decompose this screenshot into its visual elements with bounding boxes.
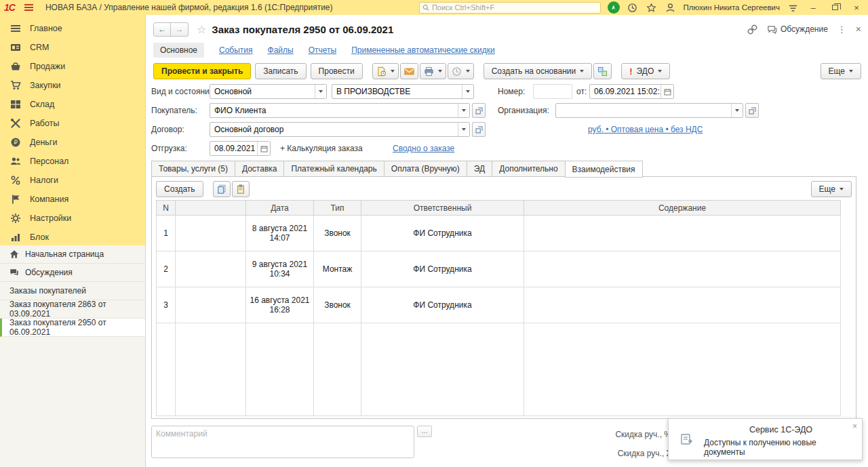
save-button[interactable]: Записать: [255, 63, 306, 79]
cell-type[interactable]: Звонок: [314, 287, 361, 323]
tab-events[interactable]: События: [219, 45, 253, 55]
history-icon[interactable]: [627, 1, 639, 14]
col-header-type[interactable]: Тип: [314, 201, 361, 216]
sidebar-item-sklad[interactable]: Склад: [0, 95, 145, 114]
notification-message[interactable]: Доступны к получению новые документы: [704, 438, 858, 457]
invoice-dropdown-button[interactable]: [372, 63, 399, 79]
sidebar-item-dengi[interactable]: ₽ Деньги: [0, 133, 145, 152]
create-interaction-button[interactable]: Создать: [156, 181, 203, 197]
tab-payment-calendar[interactable]: Платежный календарь: [283, 161, 383, 177]
cell-content[interactable]: [524, 287, 841, 323]
dropdown-button[interactable]: [458, 123, 469, 136]
sidebar-item-discussions[interactable]: Обсуждения: [0, 264, 145, 282]
sidebar-item-kompaniya[interactable]: Компания: [0, 190, 145, 209]
price-settings-link[interactable]: руб. • Оптовая цена • без НДС: [588, 125, 703, 134]
number-input[interactable]: [533, 84, 572, 99]
col-header-content[interactable]: Содержание: [524, 201, 841, 216]
sidebar-item-crm[interactable]: CRM: [0, 38, 145, 57]
cell-icon[interactable]: [176, 251, 246, 287]
sidebar-item-personal[interactable]: Персонал: [0, 152, 145, 171]
calendar-button[interactable]: [257, 142, 270, 155]
tab-reports[interactable]: Отчеты: [309, 45, 336, 55]
user-icon[interactable]: [665, 1, 677, 14]
grid-more-button[interactable]: Еще: [811, 181, 852, 197]
notification-close-button[interactable]: ×: [852, 422, 857, 431]
document-date-input[interactable]: 06.09.2021 15:02:18: [589, 84, 674, 99]
tab-additional[interactable]: Дополнительно: [492, 161, 564, 177]
service-menu-icon[interactable]: [787, 1, 799, 14]
col-header-icon[interactable]: [176, 201, 246, 216]
tab-main[interactable]: Основное: [153, 43, 204, 58]
toolbar-more-button[interactable]: Еще: [821, 63, 861, 79]
copy-button[interactable]: [213, 181, 231, 197]
sidebar-item-zakupki[interactable]: Закупки: [0, 76, 145, 95]
dropdown-button[interactable]: [462, 85, 473, 98]
post-button[interactable]: Провести: [311, 63, 363, 79]
cell-date[interactable]: 8 августа 202114:07: [246, 216, 314, 251]
contract-combo[interactable]: Основной договор: [210, 122, 470, 137]
forward-button[interactable]: →: [171, 22, 189, 37]
tab-auto-discounts[interactable]: Примененные автоматические скидки: [351, 45, 495, 55]
favorites-star-icon[interactable]: [646, 1, 658, 14]
sidebar-item-home[interactable]: Начальная страница: [0, 245, 145, 264]
table-row[interactable]: 3 16 августа 202116:28 Звонок ФИ Сотрудн…: [157, 287, 841, 323]
favorite-star-icon[interactable]: ☆: [197, 23, 206, 36]
print-button[interactable]: [420, 63, 446, 79]
comment-input[interactable]: [151, 426, 414, 458]
notification-popup[interactable]: Сервис 1С-ЭДО Доступны к получению новые…: [668, 418, 863, 460]
sidebar-item-raboty[interactable]: Работы: [0, 114, 145, 133]
contract-open-button[interactable]: [472, 122, 486, 137]
customer-combo[interactable]: ФИО Клиента: [210, 103, 470, 118]
search-input[interactable]: [432, 3, 597, 12]
dropdown-button[interactable]: [315, 85, 326, 98]
global-search[interactable]: [419, 2, 601, 14]
cell-type[interactable]: Монтаж: [314, 251, 361, 287]
cell-content[interactable]: [524, 251, 841, 287]
restore-button[interactable]: [827, 1, 842, 14]
paste-button[interactable]: [232, 181, 250, 197]
tab-ed[interactable]: ЭД: [467, 161, 492, 177]
cell-n[interactable]: 1: [157, 216, 176, 251]
cell-n[interactable]: 3: [157, 287, 176, 323]
cell-icon[interactable]: [176, 216, 246, 251]
order-kind-combo[interactable]: Основной: [210, 84, 327, 99]
discussion-button[interactable]: Обсуждение: [767, 24, 828, 35]
sidebar-window-orders-list[interactable]: Заказы покупателей: [0, 282, 145, 300]
sidebar-item-nalogi[interactable]: Налоги: [0, 171, 145, 190]
sidebar-window-order-2863[interactable]: Заказ покупателя 2863 от 03.09.2021: [0, 300, 145, 319]
collaboration-icon[interactable]: [608, 1, 620, 14]
dropdown-button[interactable]: [731, 104, 743, 117]
cell-n[interactable]: 2: [157, 251, 176, 287]
document-structure-button[interactable]: [593, 63, 612, 79]
order-summary-link[interactable]: Сводно о заказе: [393, 144, 454, 153]
table-row[interactable]: 2 9 августа 202110:34 Монтаж ФИ Сотрудни…: [157, 251, 841, 287]
tab-delivery[interactable]: Доставка: [235, 161, 284, 177]
customer-open-button[interactable]: [472, 103, 486, 118]
organization-combo[interactable]: [555, 103, 743, 118]
back-button[interactable]: ←: [153, 22, 171, 37]
close-document-button[interactable]: ×: [856, 24, 861, 35]
cell-content[interactable]: [524, 216, 841, 251]
tab-files[interactable]: Файлы: [268, 45, 294, 55]
order-state-combo[interactable]: В ПРОИЗВОДСТВЕ: [332, 84, 474, 99]
cell-icon[interactable]: [176, 287, 246, 323]
cell-type[interactable]: Звонок: [314, 216, 361, 251]
main-menu-icon[interactable]: [24, 4, 33, 11]
table-row[interactable]: 1 8 августа 202114:07 Звонок ФИ Сотрудни…: [157, 216, 841, 251]
notification-title[interactable]: Сервис 1С-ЭДО: [704, 425, 858, 434]
more-menu-dots-icon[interactable]: ⋮: [837, 24, 846, 35]
shipment-date-input[interactable]: 08.09.2021: [210, 141, 271, 156]
sidebar-item-blok[interactable]: Блок: [0, 228, 145, 247]
send-email-button[interactable]: [400, 63, 418, 79]
calendar-button[interactable]: [660, 85, 673, 98]
comment-more-button[interactable]: ...: [417, 426, 432, 437]
post-and-close-button[interactable]: Провести и закрыть: [153, 63, 251, 79]
col-header-date[interactable]: Дата: [246, 201, 314, 216]
tab-payment-manual[interactable]: Оплата (Вручную): [384, 161, 467, 177]
reminder-button[interactable]: [448, 63, 474, 79]
cell-responsible[interactable]: ФИ Сотрудника: [361, 251, 524, 287]
cell-responsible[interactable]: ФИ Сотрудника: [361, 216, 524, 251]
user-name[interactable]: Плюхин Никита Сергеевич: [684, 3, 780, 12]
col-header-n[interactable]: N: [157, 201, 176, 216]
dropdown-button[interactable]: [458, 104, 469, 117]
